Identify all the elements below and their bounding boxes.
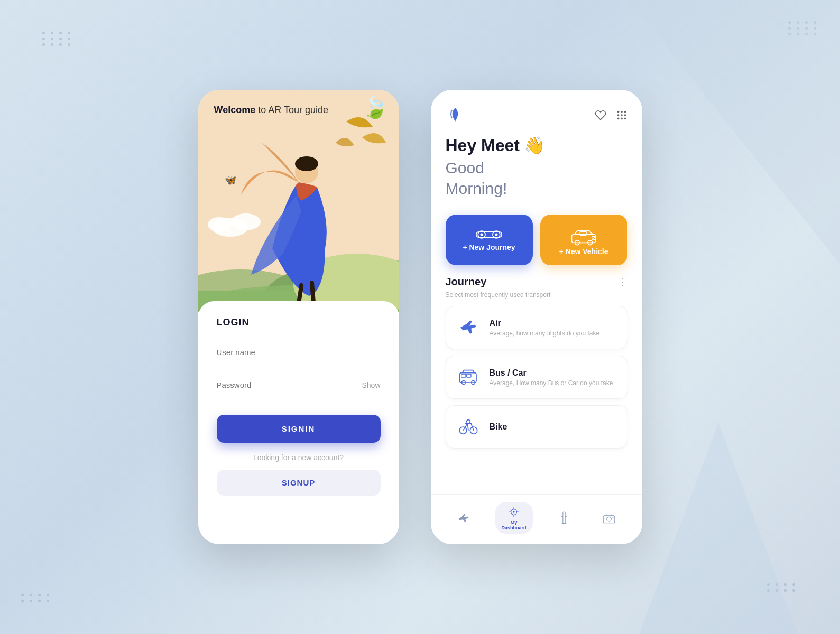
dashboard-header <box>431 90 642 130</box>
svg-point-12 <box>624 111 626 113</box>
bg-shape-right <box>629 0 840 264</box>
bus-transport-text: Bus / Car Average, How many Bus or Car d… <box>490 368 617 387</box>
svg-point-7 <box>208 217 231 232</box>
hey-meet-text: Hey Meet 👋 <box>446 135 627 155</box>
show-password-button[interactable]: Show <box>362 381 380 389</box>
bus-desc: Average, How many Bus or Car do you take <box>490 379 617 387</box>
hero-illustration <box>198 90 399 312</box>
journey-section-header: Journey ⋮ <box>431 276 642 291</box>
greeting-section: Hey Meet 👋 GoodMorning! <box>431 130 642 209</box>
flight-nav-icon <box>457 511 470 525</box>
svg-point-13 <box>617 114 619 116</box>
dashboard-nav-label: MyDashboard <box>502 520 527 530</box>
svg-point-15 <box>624 114 626 116</box>
app-logo <box>446 106 465 125</box>
bike-icon-wrap <box>456 414 481 440</box>
svg-point-14 <box>621 114 623 116</box>
nav-item-dashboard[interactable]: MyDashboard <box>495 502 533 534</box>
new-journey-label: + New Journey <box>463 243 515 251</box>
password-row: Show <box>217 374 381 396</box>
svg-point-18 <box>624 118 626 120</box>
signin-button[interactable]: SIGNIN <box>217 415 381 443</box>
phones-container: Welcome to AR Tour guide 🍃 🦋 <box>198 90 642 544</box>
svg-line-29 <box>593 237 594 239</box>
bus-icon-wrap <box>456 365 481 390</box>
nav-item-landmarks[interactable] <box>551 508 577 528</box>
vehicle-card-icon <box>570 226 597 247</box>
svg-point-46 <box>607 517 612 521</box>
bg-shape-bottom <box>639 423 798 634</box>
svg-point-47 <box>613 517 614 518</box>
bike-name: Bike <box>490 422 617 432</box>
bottom-nav: MyDashboard <box>431 494 642 544</box>
svg-point-17 <box>621 118 623 120</box>
nav-item-flight[interactable] <box>450 508 477 528</box>
svg-point-22 <box>481 233 483 236</box>
bike-transport-text: Bike <box>490 422 617 432</box>
new-vehicle-card[interactable]: + New Vehicle <box>540 215 627 265</box>
bike-icon <box>458 416 479 437</box>
bus-name: Bus / Car <box>490 368 617 378</box>
welcome-bold: Welcome <box>214 105 256 115</box>
new-journey-card[interactable]: + New Journey <box>446 215 533 265</box>
svg-point-16 <box>617 118 619 120</box>
signup-button[interactable]: SIGNUP <box>217 470 381 496</box>
login-title: LOGIN <box>217 317 381 328</box>
leaf-decoration: 🍃 <box>362 95 389 120</box>
heart-icon[interactable] <box>595 109 606 121</box>
airplane-icon <box>458 317 479 338</box>
svg-rect-33 <box>461 374 465 377</box>
login-form: LOGIN Show SIGNIN Looking for a new acco… <box>198 301 399 544</box>
hero-section: Welcome to AR Tour guide 🍃 🦋 <box>198 90 399 312</box>
phone-login: Welcome to AR Tour guide 🍃 🦋 <box>198 90 399 544</box>
svg-point-10 <box>617 111 619 113</box>
svg-point-23 <box>495 233 497 236</box>
decorative-dots-topleft <box>42 32 73 46</box>
air-icon-wrap <box>456 315 481 340</box>
journey-subtitle: Select most frequently used transport <box>431 291 642 299</box>
svg-point-39 <box>513 511 514 512</box>
svg-rect-44 <box>563 512 565 524</box>
svg-rect-34 <box>466 374 470 377</box>
new-account-text: Looking for a new account? <box>217 453 381 462</box>
svg-point-9 <box>295 156 318 171</box>
transport-item-air[interactable]: Air Average, how many filights do you ta… <box>446 306 627 349</box>
phone-dashboard: Hey Meet 👋 GoodMorning! + New Journey <box>431 90 642 544</box>
password-input[interactable] <box>217 374 362 396</box>
svg-rect-45 <box>603 516 615 523</box>
svg-point-6 <box>231 213 261 230</box>
header-icons <box>595 109 627 121</box>
journey-section-title: Journey <box>446 276 487 288</box>
dashboard-nav-icon <box>507 505 521 519</box>
svg-rect-19 <box>476 232 502 237</box>
nav-item-camera[interactable] <box>596 508 622 528</box>
air-name: Air <box>490 319 617 328</box>
username-input[interactable] <box>217 341 381 363</box>
journey-more-button[interactable]: ⋮ <box>617 276 627 288</box>
hero-welcome-text: Welcome to AR Tour guide <box>214 105 328 116</box>
new-vehicle-label: + New Vehicle <box>559 247 608 256</box>
camera-nav-icon <box>602 511 616 525</box>
grid-icon[interactable] <box>616 109 627 121</box>
air-transport-text: Air Average, how many filights do you ta… <box>490 319 617 337</box>
journey-card-icon <box>475 226 503 243</box>
action-cards: + New Journey + New Vehicle <box>431 209 642 276</box>
good-morning-text: GoodMorning! <box>446 157 627 199</box>
tower-nav-icon <box>557 511 571 525</box>
air-desc: Average, how many filights do you take <box>490 330 617 337</box>
decorative-dots-bottomleft <box>21 594 52 602</box>
svg-point-11 <box>621 111 623 113</box>
wave-emoji: 👋 <box>524 135 545 155</box>
transport-item-bus[interactable]: Bus / Car Average, How many Bus or Car d… <box>446 356 627 399</box>
transport-list: Air Average, how many filights do you ta… <box>431 306 642 494</box>
bus-icon <box>458 367 479 388</box>
transport-item-bike[interactable]: Bike <box>446 405 627 449</box>
